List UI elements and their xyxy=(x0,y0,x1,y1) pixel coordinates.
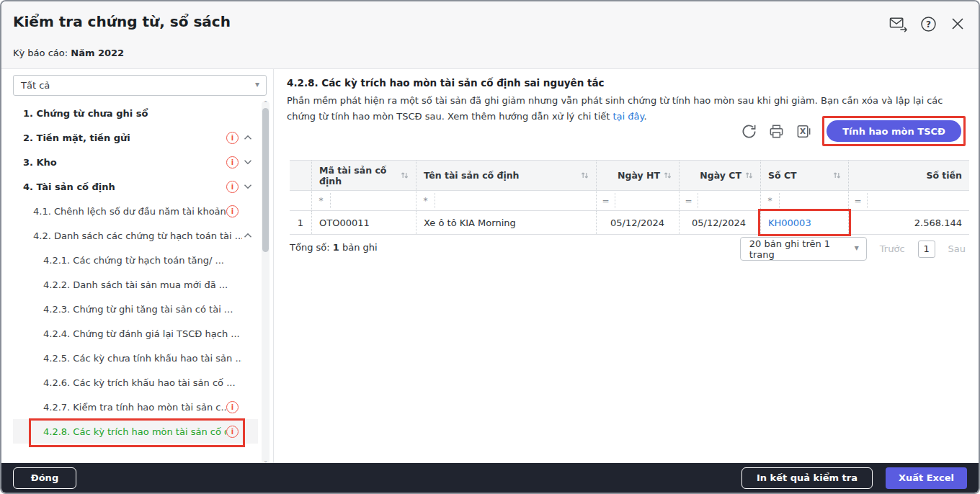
filter-op-icon[interactable]: = xyxy=(849,193,868,208)
sidebar-item[interactable]: 4.2.6. Các kỳ trích khấu hao tài sản cố … xyxy=(13,370,258,395)
sidebar-item-label: 4.2.7. Kiểm tra tính hao mòn tài sản c..… xyxy=(43,402,226,413)
sidebar-item[interactable]: 4.2.5. Các kỳ chưa tính khấu hao tài sản… xyxy=(13,346,258,370)
page-title: Kiểm tra chứng từ, sổ sách xyxy=(13,13,231,30)
filter-op-icon[interactable]: = xyxy=(680,193,698,208)
total-records: Tổng số: 1 bản ghi xyxy=(290,242,378,253)
cell-row-number: 1 xyxy=(290,211,311,234)
sidebar-item[interactable]: 4.2. Danh sách các chứng từ hạch toán tà… xyxy=(13,223,258,248)
chevron-up-icon[interactable] xyxy=(242,233,254,238)
report-period-label: Kỳ báo cáo: xyxy=(13,48,68,58)
cell-asset-name: Xe ô tô KIA Morning xyxy=(416,211,596,234)
table-header-row: Mã tài sản cố định Tên tài sản cố định N… xyxy=(290,161,969,191)
filter-asset-name[interactable]: * xyxy=(416,191,596,210)
sidebar-item[interactable]: 1. Chứng từ chưa ghi sổ xyxy=(13,101,258,125)
sort-icon[interactable] xyxy=(833,171,841,179)
export-excel-icon[interactable]: X xyxy=(795,122,812,140)
check-result-content: 4.2.8. Các kỳ trích hao mòn tài sản cố đ… xyxy=(287,69,967,463)
sidebar-item-label: 4.2.2. Danh sách tài sản mua mới đã ... xyxy=(43,279,242,290)
sidebar-item[interactable]: 4.2.2. Danh sách tài sản mua mới đã ... xyxy=(13,272,258,297)
filter-op-icon[interactable]: * xyxy=(416,193,435,208)
export-excel-button[interactable]: Xuất Excel xyxy=(886,467,967,489)
sidebar-item-label: 4. Tài sản cố định xyxy=(23,181,226,192)
cell-doc-number: KH00003 xyxy=(760,211,848,234)
header-posted-date[interactable]: Ngày HT xyxy=(596,161,679,190)
error-info-icon xyxy=(226,132,239,144)
sidebar-item[interactable]: 3. Kho xyxy=(13,150,258,174)
sidebar-item-label: 2. Tiền mặt, tiền gửi xyxy=(23,133,226,143)
print-results-button[interactable]: In kết quả kiểm tra xyxy=(741,467,873,489)
sidebar-scrollbar[interactable]: ⌃ ⌄ xyxy=(262,101,270,464)
header-doc-date[interactable]: Ngày CT xyxy=(679,161,760,190)
compute-button-annotation: Tính hao mòn TSCĐ xyxy=(822,116,966,146)
sidebar-item-label: 4.2.6. Các kỳ trích khấu hao tài sản cố … xyxy=(43,377,242,388)
sidebar-item-label: 4.2. Danh sách các chứng từ hạch toán tà… xyxy=(33,230,242,241)
sidebar-item[interactable]: 4. Tài sản cố định xyxy=(13,174,258,199)
sort-icon[interactable] xyxy=(745,171,753,179)
feedback-mail-icon[interactable] xyxy=(889,14,908,33)
filter-amount[interactable]: = xyxy=(848,191,969,210)
sidebar-item-label: 4.2.4. Chứng từ đánh giá lại TSCĐ hạch .… xyxy=(43,328,242,339)
description-period: . xyxy=(643,111,646,122)
sort-icon[interactable] xyxy=(401,171,409,179)
sidebar-item-label: 4.2.5. Các kỳ chưa tính khấu hao tài sản… xyxy=(43,353,242,364)
header-row-number xyxy=(290,161,311,190)
close-icon[interactable] xyxy=(948,14,967,33)
page-size-dropdown[interactable]: 20 bản ghi trên 1 trang xyxy=(740,237,867,261)
filter-op-icon[interactable]: * xyxy=(761,193,780,208)
sidebar-item-label: 4.1. Chênh lệch số dư đầu năm tài khoản … xyxy=(33,206,226,217)
filter-op-icon[interactable]: * xyxy=(312,193,331,208)
sidebar-content-divider xyxy=(273,69,274,463)
sidebar-tree: 1. Chứng từ chưa ghi sổ2. Tiền mặt, tiền… xyxy=(13,101,258,444)
dialog-header: Kiểm tra chứng từ, sổ sách Kỳ báo cáo: N… xyxy=(1,1,979,69)
help-icon[interactable]: ? xyxy=(919,14,937,33)
error-info-icon xyxy=(226,401,239,413)
doc-number-link[interactable]: KH00003 xyxy=(768,217,811,228)
current-page-input[interactable]: 1 xyxy=(918,241,935,258)
print-icon[interactable] xyxy=(767,122,785,140)
svg-text:X: X xyxy=(800,127,806,135)
compute-depreciation-button[interactable]: Tính hao mòn TSCĐ xyxy=(827,120,961,142)
next-page-button[interactable]: Sau xyxy=(948,243,966,254)
category-filter-value: Tất cả xyxy=(21,80,50,91)
sidebar-item-label: 4.2.8. Các kỳ trích hao mòn tài sản cố đ… xyxy=(43,426,226,437)
header-doc-number[interactable]: Số CT xyxy=(760,161,848,190)
header-amount[interactable]: Số tiền xyxy=(848,161,969,190)
sidebar-item[interactable]: 4.2.3. Chứng từ ghi tăng tài sản có tài … xyxy=(13,297,258,321)
filter-doc-number[interactable]: * xyxy=(760,191,848,210)
sidebar-item[interactable]: 2. Tiền mặt, tiền gửi xyxy=(13,125,258,150)
check-documents-dialog: Kiểm tra chứng từ, sổ sách Kỳ báo cáo: N… xyxy=(0,0,980,494)
sidebar-item[interactable]: 4.2.4. Chứng từ đánh giá lại TSCĐ hạch .… xyxy=(13,321,258,346)
sidebar-item[interactable]: 4.2.7. Kiểm tra tính hao mòn tài sản c..… xyxy=(13,395,258,419)
sort-icon[interactable] xyxy=(664,171,672,179)
table-toolbar: X Tính hao mòn TSCĐ xyxy=(740,114,966,148)
header-asset-code[interactable]: Mã tài sản cố định xyxy=(311,161,416,190)
sidebar-item[interactable]: 4.2.8. Các kỳ trích hao mòn tài sản cố đ… xyxy=(13,419,258,444)
sidebar-item[interactable]: 4.2.1. Các chứng từ hạch toán tăng/ ... xyxy=(13,248,258,272)
sidebar-item-label: 4.2.3. Chứng từ ghi tăng tài sản có tài … xyxy=(43,304,242,315)
cell-asset-code: OTO00011 xyxy=(311,211,416,234)
pagination: 20 bản ghi trên 1 trang Trước 1 Sau xyxy=(740,237,966,261)
guide-link[interactable]: tại đây xyxy=(613,111,644,122)
sidebar-item[interactable]: 4.1. Chênh lệch số dư đầu năm tài khoản … xyxy=(13,199,258,223)
check-categories-sidebar: Tất cả 1. Chứng từ chưa ghi sổ2. Tiền mặ… xyxy=(13,75,267,459)
filter-asset-code[interactable]: * xyxy=(311,191,416,210)
report-period-value: Năm 2022 xyxy=(71,48,124,58)
close-button[interactable]: Đóng xyxy=(13,467,76,489)
result-table: Mã tài sản cố định Tên tài sản cố định N… xyxy=(290,160,969,235)
scrollbar-thumb[interactable] xyxy=(262,108,269,252)
chevron-down-icon[interactable] xyxy=(242,184,254,189)
header-asset-name[interactable]: Tên tài sản cố định xyxy=(416,161,596,190)
filter-doc-date[interactable]: = xyxy=(679,191,760,210)
filter-op-icon[interactable]: = xyxy=(597,193,615,208)
chevron-down-icon[interactable] xyxy=(242,159,254,165)
refresh-icon[interactable] xyxy=(740,122,757,140)
filter-posted-date[interactable]: = xyxy=(596,191,679,210)
category-filter-dropdown[interactable]: Tất cả xyxy=(13,75,267,96)
table-row[interactable]: 1 OTO00011 Xe ô tô KIA Morning 05/12/202… xyxy=(290,211,969,235)
sort-icon[interactable] xyxy=(581,171,589,179)
chevron-up-icon[interactable] xyxy=(242,135,254,140)
scroll-up-icon[interactable]: ⌃ xyxy=(262,101,270,107)
prev-page-button[interactable]: Trước xyxy=(880,243,905,254)
error-info-icon xyxy=(226,205,239,217)
cell-doc-date: 05/12/2024 xyxy=(679,211,760,234)
